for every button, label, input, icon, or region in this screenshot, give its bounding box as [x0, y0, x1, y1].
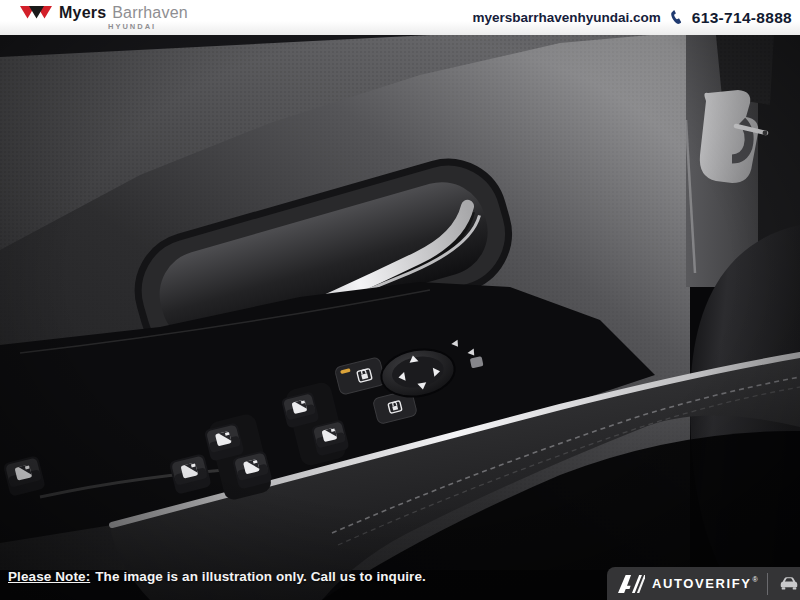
vehicle-listing-image: Myers Barrhaven HYUNDAI myersbarrhavenhy… [0, 0, 800, 600]
badge-divider [767, 573, 768, 595]
disclaimer-note: Please Note:The image is an illustration… [8, 569, 426, 584]
car-icon [778, 576, 800, 591]
dealer-contact: myersbarrhavenhyundai.com 613-714-8888 [473, 0, 792, 35]
autoverify-logo [618, 573, 645, 595]
dealer-header-banner: Myers Barrhaven HYUNDAI myersbarrhavenhy… [0, 0, 800, 35]
autoverify-brand-text: AUTOVERIFY [652, 576, 752, 591]
registered-mark: ® [753, 576, 758, 583]
dealer-logo: Myers Barrhaven HYUNDAI [20, 5, 188, 31]
dealer-website: myersbarrhavenhyundai.com [473, 10, 661, 25]
dealer-phone: 613-714-8888 [692, 9, 792, 27]
photo-vignette [0, 35, 800, 600]
disclaimer-label: Please Note: [8, 569, 90, 584]
dealer-name-bold: Myers [59, 5, 106, 21]
door-panel-photo [0, 35, 800, 600]
dealer-sub-brand: HYUNDAI [108, 23, 188, 31]
disclaimer-text: The image is an illustration only. Call … [95, 569, 426, 584]
autoverify-badge: AUTOVERIFY® [607, 567, 800, 600]
phone-icon [668, 9, 685, 26]
myers-logo-mark [20, 6, 53, 20]
dealer-name-light: Barrhaven [112, 5, 188, 21]
